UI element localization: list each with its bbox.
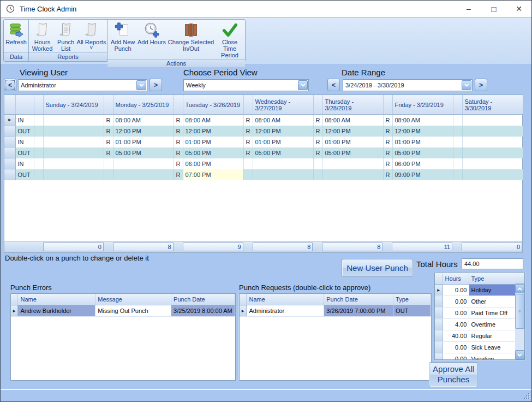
table-cell[interactable]: OUT xyxy=(393,305,431,317)
punch-time-cell[interactable]: 01:00 PM xyxy=(183,137,243,147)
punch-time-cell[interactable]: 12:00 PM xyxy=(253,126,313,137)
table-cell[interactable]: 0.00 xyxy=(443,296,469,308)
table-cell[interactable]: Regular xyxy=(469,330,515,342)
period-view-combobox[interactable]: Weekly xyxy=(183,79,309,91)
punch-time-cell[interactable] xyxy=(43,147,104,158)
next-range-button[interactable]: > xyxy=(475,79,487,91)
punch-time-cell[interactable]: 09:00 PM xyxy=(392,169,453,180)
minimize-button[interactable]: – xyxy=(456,1,481,17)
resize-grip[interactable] xyxy=(524,393,530,399)
table-row[interactable]: 0.00Sick Leave xyxy=(435,342,515,353)
punch-time-cell[interactable] xyxy=(462,126,523,137)
prev-user-button[interactable]: < xyxy=(4,79,16,91)
punch-time-cell[interactable] xyxy=(43,169,104,180)
dropdown-arrow-icon[interactable] xyxy=(136,80,146,90)
next-user-button[interactable]: > xyxy=(150,79,162,91)
punch-list-button[interactable]: Punch List xyxy=(55,21,77,52)
punch-time-cell[interactable] xyxy=(322,158,383,169)
punch-time-cell[interactable]: 05:00 PM xyxy=(183,147,243,158)
table-cell[interactable]: 3/25/2019 8:00:00 AM xyxy=(171,305,235,317)
table-cell[interactable]: Sick Leave xyxy=(469,342,515,353)
refresh-button[interactable]: Refresh xyxy=(5,21,27,46)
table-cell[interactable]: Other xyxy=(469,296,515,308)
table-row[interactable]: 0.00Paid Time Off xyxy=(435,308,515,319)
punch-time-cell[interactable]: 12:00 PM xyxy=(392,126,453,137)
table-cell[interactable]: Holiday xyxy=(469,285,515,296)
punch-time-cell[interactable]: 07:00 PM xyxy=(183,169,243,180)
add-hours-button[interactable]: Add Hours xyxy=(137,21,166,46)
punch-time-cell[interactable] xyxy=(462,115,523,126)
table-cell[interactable]: 40.00 xyxy=(443,330,469,342)
table-cell[interactable]: 0.00 xyxy=(443,353,469,360)
table-cell[interactable]: 0.00 xyxy=(443,285,469,296)
punch-time-cell[interactable]: 08:00 AM xyxy=(322,115,383,126)
punch-time-cell[interactable]: 05:00 PM xyxy=(253,147,313,158)
punch-time-cell[interactable] xyxy=(462,158,523,169)
punch-time-cell[interactable] xyxy=(322,169,383,180)
table-row[interactable]: 0.00Vacation xyxy=(435,353,515,360)
punch-time-cell[interactable]: 06:00 PM xyxy=(183,158,243,169)
punch-time-cell[interactable]: 12:00 PM xyxy=(113,126,174,137)
punch-time-cell[interactable] xyxy=(43,158,104,169)
table-row[interactable]: ►0.00Holiday xyxy=(435,285,515,296)
table-cell[interactable]: Andrew Burkholder xyxy=(18,305,95,317)
punch-time-cell[interactable]: 12:00 PM xyxy=(183,126,243,137)
punch-time-cell[interactable]: 01:00 PM xyxy=(113,137,174,147)
table-row[interactable]: 0.00Other xyxy=(435,296,515,308)
table-cell[interactable]: 4.00 xyxy=(443,319,469,330)
punch-time-cell[interactable] xyxy=(43,115,104,126)
punch-time-cell[interactable] xyxy=(43,126,104,137)
punch-time-cell[interactable] xyxy=(462,169,523,180)
table-cell[interactable]: 3/26/2019 7:00:00 PM xyxy=(324,305,393,317)
dropdown-arrow-icon[interactable] xyxy=(298,80,308,90)
change-selected-inout-button[interactable]: Change Selected In/Out xyxy=(166,21,216,52)
table-row[interactable]: ►Administrator3/26/2019 7:00:00 PMOUT xyxy=(240,305,431,317)
punch-time-cell[interactable]: 01:00 PM xyxy=(322,137,383,147)
punch-time-cell[interactable]: 01:00 PM xyxy=(392,137,453,147)
punch-time-cell[interactable] xyxy=(113,169,174,180)
date-range-combobox[interactable]: 3/24/2019 - 3/30/2019 xyxy=(343,79,473,91)
punch-time-cell[interactable] xyxy=(462,137,523,147)
scroll-down-icon[interactable] xyxy=(515,350,524,359)
table-row[interactable]: 4.00Overtime xyxy=(435,319,515,330)
prev-range-button[interactable]: < xyxy=(327,79,340,91)
total-hours-field[interactable]: 44.00 xyxy=(462,258,523,269)
punch-time-cell[interactable] xyxy=(462,147,523,158)
maximize-button[interactable]: □ xyxy=(481,1,506,17)
close-button[interactable]: ✕ xyxy=(506,1,531,17)
table-cell[interactable]: Paid Time Off xyxy=(469,308,515,319)
scrollbar-track[interactable] xyxy=(515,329,524,350)
table-cell[interactable]: 0.00 xyxy=(443,308,469,319)
punch-time-cell[interactable]: 08:00 AM xyxy=(392,115,453,126)
all-reports-button[interactable]: All Reports ˅ xyxy=(77,21,106,50)
punch-time-cell[interactable] xyxy=(253,158,313,169)
table-cell[interactable]: Overtime xyxy=(469,319,515,330)
hours-worked-button[interactable]: Hours Worked xyxy=(30,21,55,52)
table-row[interactable]: ►Andrew BurkholderMissing Out Punch3/25/… xyxy=(11,305,235,317)
table-cell[interactable]: 0.00 xyxy=(443,342,469,353)
punch-time-cell[interactable]: 08:00 AM xyxy=(113,115,174,126)
add-new-punch-button[interactable]: Add New Punch xyxy=(109,21,137,52)
punch-time-cell[interactable]: 05:00 PM xyxy=(113,147,174,158)
punch-time-cell[interactable]: 05:00 PM xyxy=(322,147,383,158)
punch-time-cell[interactable] xyxy=(253,169,313,180)
table-cell[interactable]: Administrator xyxy=(247,305,324,317)
punch-time-cell[interactable]: 08:00 AM xyxy=(253,115,313,126)
dropdown-arrow-icon[interactable] xyxy=(462,80,471,90)
scrollbar-thumb[interactable]: ≡ xyxy=(515,294,524,329)
new-user-punch-button[interactable]: New User Punch xyxy=(342,259,413,277)
table-row[interactable]: 40.00Regular xyxy=(435,330,515,342)
approve-all-punches-button[interactable]: Approve All Punches xyxy=(429,362,478,387)
punch-time-cell[interactable]: 01:00 PM xyxy=(253,137,313,147)
table-cell[interactable]: Vacation xyxy=(469,353,515,360)
punch-time-cell[interactable]: 06:00 PM xyxy=(392,158,453,169)
punch-time-cell[interactable]: 12:00 PM xyxy=(322,126,383,137)
punch-time-cell[interactable]: 08:00 AM xyxy=(183,115,243,126)
hours-summary-scrollbar[interactable]: ≡ xyxy=(515,284,524,359)
punch-time-cell[interactable] xyxy=(113,158,174,169)
close-time-period-button[interactable]: Close Time Period xyxy=(216,21,244,59)
punch-time-cell[interactable] xyxy=(43,137,104,147)
scroll-up-icon[interactable] xyxy=(515,284,524,293)
table-cell[interactable]: Missing Out Punch xyxy=(95,305,171,317)
punch-time-cell[interactable]: 05:00 PM xyxy=(392,147,453,158)
